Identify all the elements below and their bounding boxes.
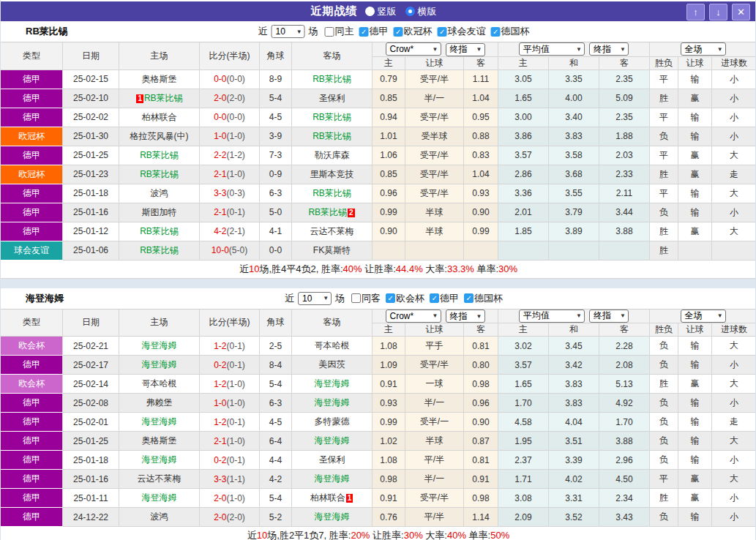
column-subheader: 客	[464, 323, 498, 337]
away-team-cell: 多特蒙德	[292, 413, 373, 432]
result-handicap-cell: 输	[678, 451, 712, 470]
average-source-select[interactable]: 平均值▼	[519, 42, 585, 56]
league-cell: 德甲	[1, 413, 63, 432]
table-row: 德甲25-01-18波鸿3-3(0-3)6-3RB莱比锡0.96受平/半0.93…	[1, 184, 756, 203]
league-checkbox-label: 德国杯	[474, 292, 503, 305]
league-cell: 欧冠杯	[1, 165, 63, 184]
odds-type-select[interactable]: 终指▼	[446, 310, 485, 323]
bookmaker-select[interactable]: Crow*▼	[386, 310, 441, 323]
chevron-down-icon: ▼	[476, 313, 482, 320]
odds-handicap-cell: 半球	[405, 222, 464, 241]
result-group-header: 全场▼	[650, 42, 756, 57]
corner-cell: 5-4	[260, 89, 292, 108]
league-checkbox[interactable]: ✓	[491, 27, 501, 37]
games-label: 场	[335, 292, 345, 305]
result-handicap-cell: 输	[678, 108, 712, 127]
result-handicap-cell: 输	[678, 184, 712, 203]
team-label: 海登海姆	[142, 492, 177, 503]
home-team-cell: 奥格斯堡	[119, 432, 200, 451]
league-checkbox[interactable]: ✓	[359, 27, 369, 37]
corner-cell: 0-0	[260, 241, 292, 260]
summary-segment: 10	[249, 263, 259, 274]
score-cell: 0-2(0-1)	[200, 356, 260, 375]
home-team-cell: 柏林联合	[119, 108, 200, 127]
odds-type-select[interactable]: 终指▼	[446, 43, 485, 56]
team-label: 勒沃库森	[315, 150, 350, 160]
team-label: 海登海姆	[142, 454, 177, 465]
odds-type-select-value: 终指	[450, 43, 468, 56]
odds-handicap-cell: 受平/半	[405, 489, 464, 508]
score-cell: 0-2(0-1)	[200, 451, 260, 470]
close-button[interactable]: ✕	[732, 4, 750, 20]
league-checkbox-label: 德甲	[370, 25, 389, 38]
league-checkbox[interactable]: ✓	[464, 293, 474, 303]
move-down-button[interactable]: ↓	[709, 4, 727, 20]
column-subheader: 让球	[678, 323, 712, 337]
date-cell: 25-02-17	[63, 356, 119, 375]
home-team-cell: 哥本哈根	[119, 375, 200, 394]
result-outcome-cell: 平	[650, 184, 678, 203]
halftime-score: (0-1)	[227, 207, 245, 217]
team-name: 海登海姆	[26, 288, 64, 309]
table-row: 德甲25-02-101RB莱比锡2-0(2-0)5-4圣保利0.85半/一1.0…	[1, 89, 756, 108]
bookmaker-select[interactable]: Crow*▼	[386, 42, 441, 56]
result-handicap-cell: 输	[678, 203, 712, 222]
vertical-view-radio[interactable]	[365, 7, 375, 16]
result-handicap-cell: 输	[678, 70, 712, 89]
euro-type-select[interactable]: 终指▼	[589, 42, 629, 56]
result-handicap-cell: 输	[678, 413, 712, 432]
away-team-cell: RB莱比锡	[292, 70, 373, 89]
result-outcome-cell: 平	[650, 108, 678, 127]
team-label: RB莱比锡	[144, 93, 183, 103]
euro-type-select[interactable]: 终指▼	[589, 310, 629, 323]
average-source-select[interactable]: 平均值▼	[519, 310, 585, 323]
match-count-select[interactable]: 10▼	[298, 292, 332, 305]
result-outcome-cell: 负	[650, 432, 678, 451]
avg-draw-cell: 3.35	[549, 70, 599, 89]
summary-cell: 近10场,胜4平4负2, 胜率:40% 让胜率:44.4% 大率:33.3% 单…	[1, 260, 756, 279]
team-label: RB莱比锡	[312, 131, 351, 141]
summary-segment: 40%	[447, 530, 466, 540]
scope-select[interactable]: 全场▼	[681, 42, 726, 56]
corner-cell: 8-4	[260, 356, 292, 375]
result-handicap-cell: 输	[678, 127, 712, 146]
odds-home-cell: 1.06	[373, 146, 405, 165]
match-count-select[interactable]: 10▼	[272, 25, 305, 38]
result-outcome-cell: 负	[650, 203, 678, 222]
league-checkbox[interactable]: ✓	[394, 27, 403, 37]
result-handicap-cell: 输	[678, 508, 712, 527]
league-checkbox[interactable]: ✓	[438, 27, 447, 37]
avg-home-cell: 1.70	[498, 394, 549, 413]
team-label: 云达不莱梅	[138, 473, 181, 484]
corner-cell: 3-9	[260, 127, 292, 146]
odds-away-cell: 0.95	[464, 108, 498, 127]
odds-home-cell: 0.76	[373, 508, 405, 527]
home-team-cell: 海登海姆	[119, 451, 200, 470]
avg-away-cell: 4.92	[599, 394, 650, 413]
league-checkbox[interactable]: ✓	[386, 293, 395, 303]
header-row-groups: 类型日期主场比分(半场)角球客场Crow*▼终指▼平均值▼终指▼全场▼	[1, 309, 756, 324]
column-subheader: 客	[599, 323, 650, 337]
chevron-down-icon: ▼	[576, 46, 582, 53]
league-checkbox[interactable]: ✓	[430, 293, 439, 303]
result-goals-cell	[712, 241, 756, 260]
away-team-cell: 海登海姆	[292, 432, 373, 451]
horizontal-view-radio[interactable]	[405, 7, 415, 16]
same-venue-checkbox[interactable]	[325, 27, 334, 37]
odds-away-cell: 0.83	[464, 146, 498, 165]
avg-away-cell: 3.88	[599, 432, 650, 451]
column-header: 日期	[63, 42, 119, 70]
avg-away-cell: 2.11	[599, 184, 650, 203]
result-goals-cell: 大	[712, 146, 756, 165]
odds-away-cell: 0.90	[464, 413, 498, 432]
filter-row: RB莱比锡近10▼场同主✓德甲✓欧冠杯✓球会友谊✓德国杯	[1, 21, 755, 42]
avg-home-cell: 3.36	[498, 184, 549, 203]
summary-segment: 44.4%	[396, 263, 423, 274]
scope-select[interactable]: 全场▼	[681, 310, 726, 323]
move-up-button[interactable]: ↑	[686, 4, 705, 20]
score-cell: 2-0(2-0)	[200, 89, 260, 108]
average-source-select-value: 平均值	[523, 43, 550, 56]
same-venue-checkbox[interactable]	[351, 293, 361, 303]
score-cell: 10-0(5-0)	[200, 241, 260, 260]
result-outcome-cell: 负	[650, 413, 678, 432]
